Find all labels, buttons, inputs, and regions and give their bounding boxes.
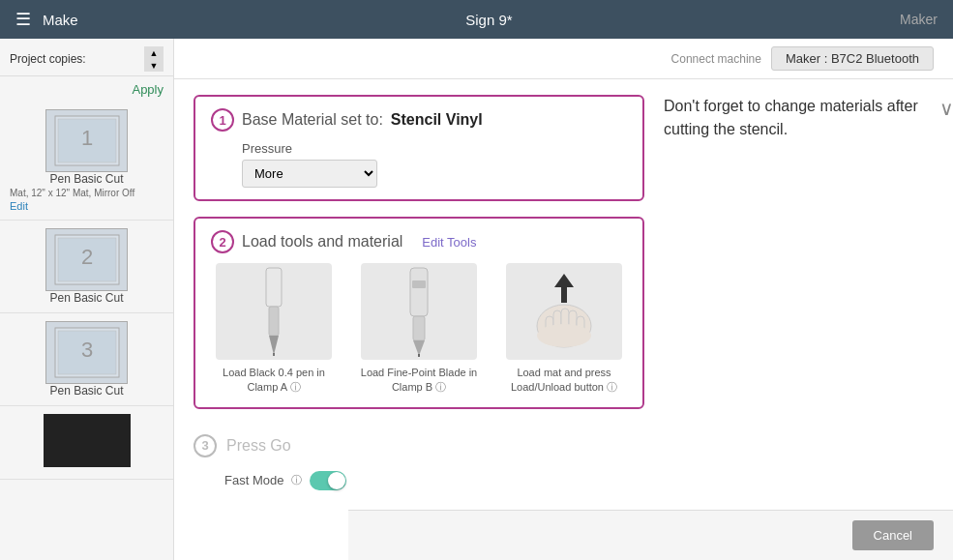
steps-column: 1 Base Material set to: Stencil Vinyl Pr…	[194, 95, 644, 490]
mat-thumbnail-2: 2	[45, 228, 128, 291]
press-go-label: Press Go	[226, 437, 291, 455]
mat-thumbnail-4	[44, 414, 131, 467]
tool-item-pen: Load Black 0.4 pen in Clamp A ⓘ	[211, 263, 337, 396]
sidebar: Project copies: ▲ ▼ Apply 1 Pen Basic Cu…	[0, 39, 174, 560]
tool-item-mat: Load mat and press Load/Unload button ⓘ	[501, 263, 627, 396]
connect-bar: Connect machine Maker : B7C2 Bluetooth	[174, 39, 953, 79]
svg-rect-11	[269, 307, 279, 336]
fast-mode-area: Fast Mode ⓘ	[224, 471, 644, 490]
step-1-circle: 1	[211, 108, 234, 132]
maker-connect-button[interactable]: Maker : B7C2 Bluetooth	[771, 46, 934, 71]
project-copies-label: Project copies:	[10, 52, 140, 66]
step-3-circle: 3	[194, 434, 217, 457]
cancel-button[interactable]: Cancel	[852, 520, 934, 550]
info-row: Don't forget to change materials after c…	[664, 95, 953, 141]
sidebar-top: Project copies: ▲ ▼	[0, 39, 173, 76]
svg-marker-12	[269, 336, 279, 355]
sidebar-item-mat-4[interactable]	[0, 406, 173, 480]
svg-marker-19	[554, 274, 574, 303]
tool-item-blade: Load Fine-Point Blade in Clamp B ⓘ	[356, 263, 482, 396]
fast-mode-toggle[interactable]	[310, 471, 346, 490]
tool-label-mat: Load mat and press Load/Unload button ⓘ	[501, 366, 627, 396]
tool-image-mat	[506, 263, 622, 360]
sidebar-item-mat-2[interactable]: 2 Pen Basic Cut	[0, 221, 173, 313]
svg-point-26	[537, 324, 591, 347]
edit-tools-link[interactable]: Edit Tools	[422, 235, 476, 250]
copies-spinner[interactable]: ▲ ▼	[144, 46, 164, 72]
mat-label-3: Pen Basic Cut	[49, 384, 123, 398]
step-1-material: Stencil Vinyl	[391, 111, 483, 129]
main-layout: Project copies: ▲ ▼ Apply 1 Pen Basic Cu…	[0, 39, 953, 560]
step-1-box: 1 Base Material set to: Stencil Vinyl Pr…	[194, 95, 644, 201]
step-2-circle: 2	[211, 230, 234, 253]
spin-down[interactable]: ▼	[144, 59, 164, 72]
tool-info-icon-blade[interactable]: ⓘ	[435, 381, 446, 393]
toggle-knob	[328, 472, 345, 489]
svg-text:1: 1	[80, 126, 92, 150]
sidebar-item-mat-1[interactable]: 1 Pen Basic Cut Mat, 12" x 12" Mat, Mirr…	[0, 102, 173, 221]
main-content: Connect machine Maker : B7C2 Bluetooth 1…	[174, 39, 953, 560]
svg-rect-9	[53, 419, 121, 462]
connect-label: Connect machine	[671, 52, 761, 66]
step-3-area: 3 Press Go	[194, 425, 644, 467]
svg-rect-15	[413, 316, 425, 340]
svg-text:2: 2	[80, 245, 92, 269]
fast-mode-info-icon[interactable]: ⓘ	[291, 473, 302, 487]
step-2-title: Load tools and material	[242, 233, 402, 251]
mat-edit-1[interactable]: Edit	[10, 200, 28, 212]
pressure-section: Pressure Less Default More	[242, 141, 627, 188]
menu-icon[interactable]: ☰	[15, 9, 31, 30]
step-2-header: 2 Load tools and material Edit Tools	[211, 230, 627, 253]
header: ☰ Make Sign 9* Maker	[0, 0, 953, 39]
tool-info-icon-pen[interactable]: ⓘ	[290, 381, 301, 393]
fast-mode-label: Fast Mode	[224, 473, 283, 487]
mat-label-1: Pen Basic Cut	[49, 172, 123, 186]
tool-image-blade	[361, 263, 477, 360]
pressure-select[interactable]: Less Default More	[242, 160, 377, 188]
info-column: Don't forget to change materials after c…	[664, 95, 953, 490]
page-title: Sign 9*	[78, 12, 900, 28]
content-area: 1 Base Material set to: Stencil Vinyl Pr…	[174, 79, 953, 506]
spin-up[interactable]: ▲	[144, 46, 164, 59]
footer: Cancel	[348, 510, 953, 560]
mat-info-1: Mat, 12" x 12" Mat, Mirror Off	[10, 188, 164, 198]
mat-label-2: Pen Basic Cut	[49, 291, 123, 305]
make-label: Make	[43, 12, 78, 28]
tool-image-pen	[216, 263, 332, 360]
info-text: Don't forget to change materials after c…	[664, 95, 932, 141]
svg-marker-16	[413, 340, 425, 356]
svg-text:3: 3	[80, 338, 92, 362]
tools-row: Load Black 0.4 pen in Clamp A ⓘ	[211, 263, 627, 396]
step-2-box: 2 Load tools and material Edit Tools	[194, 217, 644, 409]
tool-label-blade: Load Fine-Point Blade in Clamp B ⓘ	[356, 366, 482, 396]
mat-thumbnail-3: 3	[45, 321, 128, 384]
tool-info-icon-mat[interactable]: ⓘ	[607, 381, 617, 393]
chevron-button[interactable]: ∨	[939, 97, 953, 120]
apply-area: Apply	[0, 76, 173, 102]
maker-label: Maker	[900, 12, 938, 27]
pressure-label: Pressure	[242, 141, 627, 156]
svg-rect-10	[266, 268, 282, 307]
tool-label-pen: Load Black 0.4 pen in Clamp A ⓘ	[211, 366, 337, 396]
svg-rect-18	[412, 280, 426, 288]
step-1-header: 1 Base Material set to: Stencil Vinyl	[211, 108, 627, 132]
apply-button[interactable]: Apply	[132, 82, 164, 97]
mat-thumbnail-1: 1	[45, 109, 128, 172]
svg-rect-14	[410, 268, 428, 316]
step-1-title: Base Material set to:	[242, 111, 383, 129]
sidebar-item-mat-3[interactable]: 3 Pen Basic Cut	[0, 313, 173, 406]
